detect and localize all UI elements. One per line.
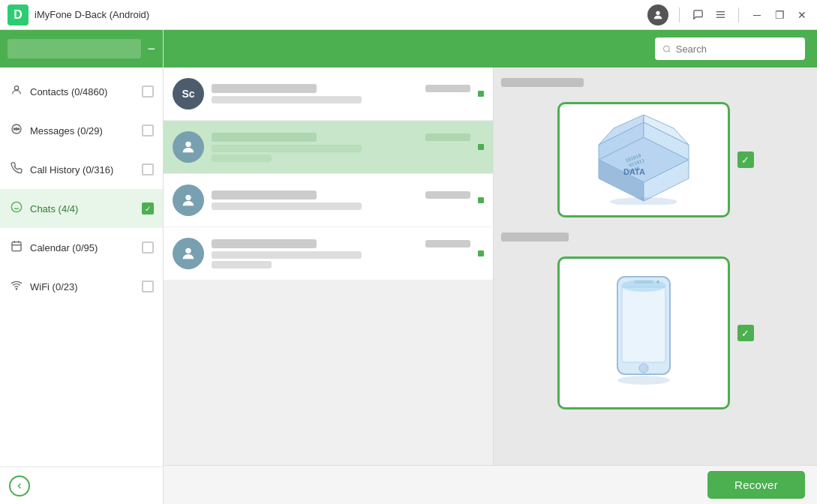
svg-point-7	[16, 128, 17, 130]
svg-rect-35	[622, 287, 665, 362]
search-box[interactable]	[655, 38, 805, 60]
hamburger-icon[interactable]	[713, 8, 728, 22]
chat-name-blur	[212, 239, 317, 248]
chat-msg-blur2	[212, 154, 272, 162]
sidebar: − Contacts (0/4860) Messages (0/29)	[0, 30, 164, 504]
avatar	[173, 131, 204, 163]
contacts-checkbox[interactable]	[142, 86, 154, 98]
bottom-bar: Recover	[164, 465, 817, 504]
chat-info	[212, 133, 470, 162]
phone-illustration	[595, 269, 692, 397]
sidebar-item-contacts[interactable]: Contacts (0/4860)	[0, 72, 163, 111]
chat-name-row	[212, 84, 470, 93]
data-box-card: 101010 011011 110010 DATA ✓	[557, 102, 754, 218]
user-avatar-icon[interactable]	[647, 4, 668, 26]
chat-time-blur	[425, 191, 470, 199]
chats-label: Chats (4/4)	[30, 203, 136, 214]
chat-name-row	[212, 239, 470, 248]
svg-point-39	[621, 280, 666, 292]
search-input[interactable]	[676, 44, 797, 55]
avatar: Sc	[173, 78, 204, 110]
wifi-checkbox[interactable]	[142, 280, 154, 292]
chat-icon[interactable]	[690, 8, 705, 22]
phone-checkmark: ✓	[737, 325, 754, 341]
call-history-label: Call History (0/316)	[30, 164, 136, 176]
sidebar-item-messages[interactable]: Messages (0/29)	[0, 111, 163, 150]
separator	[679, 8, 680, 22]
main-content: Sc	[164, 30, 817, 504]
chat-info	[212, 239, 470, 268]
wifi-icon	[9, 279, 24, 294]
app-logo: D	[8, 4, 29, 26]
recover-button[interactable]: Recover	[707, 471, 805, 499]
svg-point-8	[18, 128, 20, 130]
svg-point-36	[639, 364, 648, 373]
close-button[interactable]: ✕	[794, 8, 809, 22]
svg-point-6	[14, 128, 15, 130]
calendar-label: Calendar (0/95)	[30, 242, 136, 254]
sidebar-header: −	[0, 30, 163, 68]
app-body: − Contacts (0/4860) Messages (0/29)	[0, 30, 817, 504]
svg-point-17	[663, 46, 669, 52]
data-box-illustration: 101010 011011 110010 DATA	[587, 115, 700, 205]
chat-name-blur	[212, 133, 317, 142]
chat-time-blur	[425, 85, 470, 92]
chat-time-blur	[425, 240, 470, 248]
chat-info	[212, 84, 470, 104]
sidebar-bottom	[0, 466, 163, 504]
phone-card: ✓	[557, 256, 754, 410]
call-history-checkbox[interactable]	[142, 164, 154, 176]
chat-name-row	[212, 133, 470, 142]
sidebar-item-chats[interactable]: Chats (4/4)	[0, 189, 163, 228]
call-history-icon	[9, 162, 24, 177]
chat-badge	[478, 144, 484, 150]
chat-badge	[478, 250, 484, 256]
chats-checkbox[interactable]	[142, 202, 154, 214]
sidebar-item-calendar[interactable]: Calendar (0/95)	[0, 228, 163, 267]
sidebar-item-wifi[interactable]: WiFi (0/23)	[0, 267, 163, 306]
topbar	[164, 30, 817, 68]
right-panel: 101010 011011 110010 DATA ✓	[494, 68, 817, 465]
content-body: Sc	[164, 68, 817, 465]
sidebar-header-text	[8, 39, 141, 58]
chat-msg-blur	[212, 96, 362, 104]
back-button[interactable]	[9, 476, 30, 496]
right-panel-blur-sub	[501, 232, 569, 242]
avatar	[173, 184, 204, 216]
chat-item[interactable]	[164, 227, 493, 280]
data-box-card-inner: 101010 011011 110010 DATA	[557, 102, 730, 218]
chat-name-blur	[212, 84, 317, 93]
contacts-label: Contacts (0/4860)	[30, 86, 136, 98]
calendar-checkbox[interactable]	[142, 242, 154, 254]
chat-msg-blur2	[212, 261, 272, 268]
right-panel-blur-header	[501, 78, 584, 87]
chat-item[interactable]	[164, 174, 493, 226]
app-title: iMyFone D-Back (Android)	[35, 9, 647, 20]
svg-point-21	[185, 248, 191, 254]
chat-info	[212, 190, 470, 210]
avatar	[173, 238, 204, 269]
chat-item[interactable]	[164, 121, 493, 173]
sidebar-item-call-history[interactable]: Call History (0/316)	[0, 150, 163, 189]
svg-point-4	[14, 86, 18, 90]
chats-icon	[9, 201, 24, 216]
svg-point-0	[656, 10, 659, 14]
sidebar-collapse-button[interactable]: −	[147, 42, 155, 56]
chat-name-blur	[212, 190, 317, 200]
separator2	[738, 8, 739, 22]
svg-point-9	[11, 202, 21, 212]
maximize-button[interactable]: ❐	[772, 8, 787, 22]
minimize-button[interactable]: ─	[749, 8, 764, 22]
svg-point-33	[610, 197, 677, 205]
phone-card-inner	[557, 256, 730, 410]
chat-msg-blur	[212, 251, 362, 259]
titlebar: D iMyFone D-Back (Android) ─ ❐ ✕	[0, 0, 817, 30]
svg-rect-12	[12, 242, 21, 251]
svg-text:DATA: DATA	[623, 167, 645, 176]
messages-checkbox[interactable]	[142, 124, 154, 136]
svg-point-19	[185, 142, 191, 147]
search-icon	[662, 44, 671, 54]
svg-point-40	[617, 376, 670, 385]
chat-item[interactable]: Sc	[164, 68, 493, 120]
contacts-icon	[9, 84, 24, 99]
